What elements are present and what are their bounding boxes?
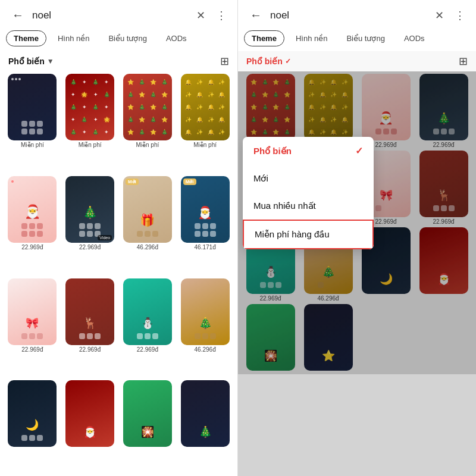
theme-thumb: 🦌 xyxy=(65,278,114,345)
right-tab-theme[interactable]: Theme xyxy=(244,30,284,46)
dropdown-item-moi[interactable]: Mới xyxy=(243,165,374,192)
right-tabs: Theme Hình nền Biểu tượng AODs xyxy=(238,28,476,51)
dropdown-item-mienphi[interactable]: Miễn phí hàng đầu xyxy=(243,220,374,249)
theme-item[interactable]: Mới 🎁 46.296đ xyxy=(120,176,176,276)
right-more-button[interactable]: ⋮ xyxy=(452,8,468,23)
theme-item[interactable]: ⛄ 22.969đ xyxy=(120,278,176,378)
left-close-button[interactable]: ✕ xyxy=(193,8,209,23)
theme-price: 46.171đ xyxy=(195,244,216,250)
right-tab-hinhanh[interactable]: Hình nền xyxy=(288,30,336,46)
right-tab-aods[interactable]: AODs xyxy=(396,30,433,46)
sort-dropdown: Phổ biến ✓ Mới Mua nhiều nhất Miễn phí h… xyxy=(243,137,374,249)
theme-item[interactable]: 🎄 46.296đ xyxy=(177,278,233,378)
theme-price: 46.296đ xyxy=(195,346,216,353)
left-more-button[interactable]: ⋮ xyxy=(214,8,229,23)
theme-price: Miễn phí xyxy=(21,142,44,148)
theme-thumb: 🎇 xyxy=(123,380,172,447)
left-sort-label[interactable]: Phổ biến ▼ xyxy=(8,57,54,66)
theme-item[interactable]: Mới 🎅 46.171đ xyxy=(177,176,233,276)
right-content: ⭐🎄⭐🎄 🎄⭐🎄⭐ ⭐🎄⭐🎄 🎄⭐🎄⭐ ⭐🎄⭐🎄 Miễn phí 🔔✨🔔✨ ✨… xyxy=(238,71,476,476)
theme-thumb: 🌙 xyxy=(8,380,57,447)
theme-price: 22.969đ xyxy=(79,244,101,250)
right-sort-label[interactable]: Phổ biến ✓ xyxy=(246,57,291,66)
theme-item[interactable]: 🎄✦🎄✦ ✦🌟✦🎄 🎄✦🎄✦ ✦🎄✦🌟 🎄✦🎄✦ Miễn phí xyxy=(62,74,118,174)
dropdown-item-phobien[interactable]: Phổ biến ✓ xyxy=(243,137,374,165)
theme-thumb: 🎅 xyxy=(65,380,114,447)
theme-thumb: 🎄 xyxy=(181,278,230,345)
theme-price: 22.969đ xyxy=(21,346,43,353)
theme-item[interactable]: 🎅 22.969đ xyxy=(5,176,60,276)
dropdown-label: Miễn phí hàng đầu xyxy=(255,229,330,240)
left-tab-bieutung[interactable]: Biểu tượng xyxy=(101,30,154,46)
right-search-text: noel xyxy=(270,10,427,21)
right-tab-bieutung[interactable]: Biểu tượng xyxy=(339,30,392,46)
dropdown-dimmer xyxy=(238,71,476,476)
theme-item[interactable]: 🎀 22.969đ xyxy=(5,278,60,378)
left-sort-bar: Phổ biến ▼ ⊞ xyxy=(0,51,237,71)
dropdown-item-muanhieunhat[interactable]: Mua nhiều nhất xyxy=(243,192,374,220)
theme-thumb: ⭐🎄⭐🎄 🎄⭐🎄⭐ ⭐🎄⭐🎄 🎄⭐🎄⭐ ⭐🎄⭐🎄 xyxy=(123,74,172,140)
theme-price: Miễn phí xyxy=(193,142,217,148)
left-sort-text: Phổ biến xyxy=(8,57,45,66)
dropdown-label: Mới xyxy=(253,173,268,184)
left-theme-grid: Miễn phí 🎄✦🎄✦ ✦🌟✦🎄 🎄✦🎄✦ ✦🎄✦🌟 🎄✦🎄✦ Miễn p… xyxy=(0,71,237,476)
theme-price: Miễn phí xyxy=(79,142,102,148)
left-tabs: Theme Hình nền Biểu tượng AODs xyxy=(0,28,237,51)
left-header: ← noel ✕ ⋮ xyxy=(0,0,237,28)
right-close-button[interactable]: ✕ xyxy=(431,8,447,23)
right-back-button[interactable]: ← xyxy=(246,7,265,23)
theme-thumb xyxy=(8,74,57,140)
theme-item[interactable]: 🔔✨🔔✨ ✨🔔✨🔔 🔔✨🔔✨ ✨🔔✨🔔 🔔✨🔔✨ Miễn phí xyxy=(177,74,233,174)
right-panel: ← noel ✕ ⋮ Theme Hình nền Biểu tượng AOD… xyxy=(238,0,476,476)
theme-thumb: ⛄ xyxy=(123,278,172,345)
left-grid-icon[interactable]: ⊞ xyxy=(220,55,229,68)
theme-item[interactable]: 🌙 xyxy=(5,380,60,474)
left-tab-theme[interactable]: Theme xyxy=(6,30,46,46)
theme-thumb: 🎅 xyxy=(8,176,57,243)
left-back-button[interactable]: ← xyxy=(8,7,27,23)
theme-price: 22.969đ xyxy=(21,244,43,250)
left-sort-arrow: ▼ xyxy=(47,57,54,65)
right-grid-icon[interactable]: ⊞ xyxy=(459,55,468,68)
theme-thumb: 🎄 Video xyxy=(65,176,114,243)
theme-item[interactable]: 🎅 xyxy=(62,380,118,474)
theme-thumb: 🔔✨🔔✨ ✨🔔✨🔔 🔔✨🔔✨ ✨🔔✨🔔 🔔✨🔔✨ xyxy=(181,74,230,140)
right-header: ← noel ✕ ⋮ xyxy=(238,0,476,28)
right-sort-bar: Phổ biến ✓ ⊞ xyxy=(238,51,476,71)
theme-price: 22.969đ xyxy=(79,346,101,353)
left-tab-aods[interactable]: AODs xyxy=(158,30,195,46)
theme-thumb: 🎀 xyxy=(8,278,57,345)
theme-item[interactable]: Miễn phí xyxy=(5,74,60,174)
theme-item[interactable]: 🦌 22.969đ xyxy=(62,278,118,378)
dropdown-label: Phổ biến xyxy=(253,146,292,156)
theme-item[interactable]: ⭐🎄⭐🎄 🎄⭐🎄⭐ ⭐🎄⭐🎄 🎄⭐🎄⭐ ⭐🎄⭐🎄 Miễn phí xyxy=(120,74,176,174)
left-panel: ← noel ✕ ⋮ Theme Hình nền Biểu tượng AOD… xyxy=(0,0,238,476)
left-search-text: noel xyxy=(32,10,188,21)
theme-item[interactable]: 🎇 xyxy=(120,380,176,474)
right-sort-text: Phổ biến xyxy=(246,57,283,66)
theme-item[interactable]: 🎄 Video 22.969đ xyxy=(62,176,118,276)
theme-thumb: 🎄✦🎄✦ ✦🌟✦🎄 🎄✦🎄✦ ✦🎄✦🌟 🎄✦🎄✦ xyxy=(65,74,114,140)
right-sort-arrow: ✓ xyxy=(285,57,291,65)
theme-price: Miễn phí xyxy=(136,142,159,148)
theme-thumb: Mới 🎅 xyxy=(181,176,230,243)
check-icon: ✓ xyxy=(355,145,363,156)
theme-thumb: 🎄 xyxy=(181,380,230,447)
theme-price: 46.296đ xyxy=(137,244,158,250)
theme-price: 22.969đ xyxy=(137,346,158,353)
theme-thumb: Mới 🎁 xyxy=(123,176,172,243)
dropdown-label: Mua nhiều nhất xyxy=(253,201,316,211)
theme-item[interactable]: 🎄 xyxy=(177,380,233,474)
left-tab-hinhanh[interactable]: Hình nền xyxy=(50,30,98,46)
